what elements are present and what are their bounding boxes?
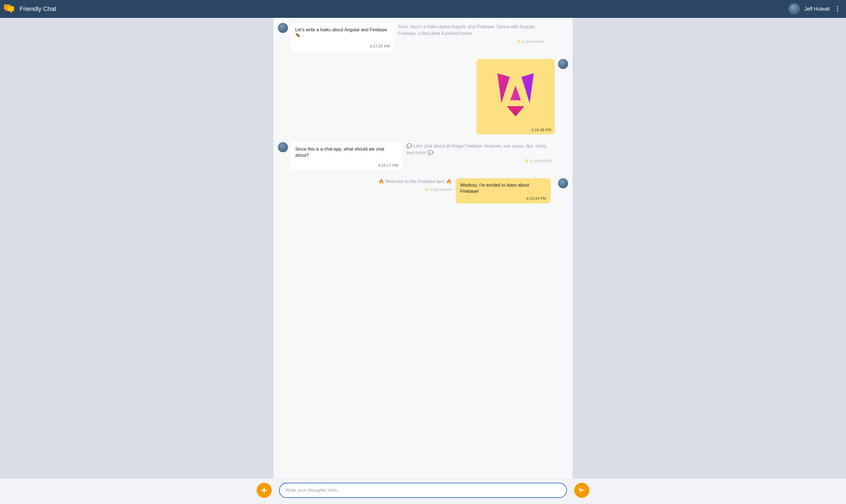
user-message-bubble: Woohoo, I'm excited to learn about Fireb… [456, 178, 551, 203]
message-timestamp: 4:16:48 PM [480, 128, 551, 132]
svg-marker-6 [510, 86, 521, 101]
user-name: Jeff Huleatt [804, 6, 830, 12]
send-button[interactable] [574, 483, 589, 498]
more-menu-icon[interactable] [834, 3, 841, 15]
svg-marker-5 [522, 73, 534, 103]
user-message-bubble: Let's write a haiku about Angular and Fi… [291, 23, 394, 51]
app-header: Friendly Chat Jeff Huleatt [0, 0, 846, 18]
message-row: 🔥 Welcome to the Firebase fam! 🔥 ✨ ai ge… [278, 178, 568, 203]
avatar[interactable] [789, 3, 800, 15]
composer-bar [0, 479, 846, 504]
message-text: Since this is a chat app, what should we… [295, 146, 398, 158]
message-timestamp: 4:16:17 PM [295, 163, 398, 168]
app-title: Friendly Chat [20, 5, 56, 13]
ai-reply-text: Sure, here's a haiku about Angular and F… [398, 23, 544, 37]
svg-marker-3 [10, 11, 12, 13]
svg-marker-4 [497, 73, 510, 103]
user-message-bubble: Since this is a chat app, what should we… [291, 142, 403, 170]
ai-generated-tag: ✨ ai generated [378, 187, 452, 193]
avatar [278, 142, 288, 152]
message-row: Since this is a chat app, what should we… [278, 142, 568, 170]
message-input[interactable] [279, 483, 567, 498]
avatar [558, 178, 568, 188]
ai-reply: Sure, here's a haiku about Angular and F… [398, 23, 544, 44]
app-logo [3, 3, 16, 15]
ai-generated-tag: ✨ ai generated [406, 158, 552, 164]
avatar [558, 59, 568, 69]
ai-reply: 💬 Let's chat about all things Firebase: … [406, 142, 552, 164]
message-text: Let's write a haiku about Angular and Fi… [295, 27, 390, 39]
message-row: 4:16:48 PM [278, 59, 568, 134]
svg-marker-11 [579, 488, 585, 490]
main-area: Let's write a haiku about Angular and Fi… [0, 18, 846, 479]
angular-logo-image [480, 62, 551, 127]
message-row: Let's write a haiku about Angular and Fi… [278, 23, 568, 51]
ai-reply-text: 💬 Let's chat about all things Firebase: … [406, 143, 552, 156]
avatar [278, 23, 288, 33]
message-timestamp: 4:15:44 PM [460, 196, 546, 201]
ai-generated-tag: ✨ ai generated [398, 39, 544, 44]
send-icon [578, 487, 586, 494]
image-message-bubble: 4:16:48 PM [476, 59, 555, 134]
svg-marker-7 [507, 106, 525, 116]
message-text: Woohoo, I'm excited to learn about Fireb… [460, 182, 546, 194]
plus-icon [261, 487, 268, 494]
add-button[interactable] [257, 483, 272, 498]
svg-rect-9 [261, 490, 267, 491]
ai-reply-text: 🔥 Welcome to the Firebase fam! 🔥 [378, 178, 452, 185]
ai-reply: 🔥 Welcome to the Firebase fam! 🔥 ✨ ai ge… [378, 178, 452, 193]
chat-pane[interactable]: Let's write a haiku about Angular and Fi… [274, 18, 572, 479]
svg-rect-2 [7, 6, 14, 11]
message-timestamp: 4:17:25 PM [295, 44, 390, 48]
